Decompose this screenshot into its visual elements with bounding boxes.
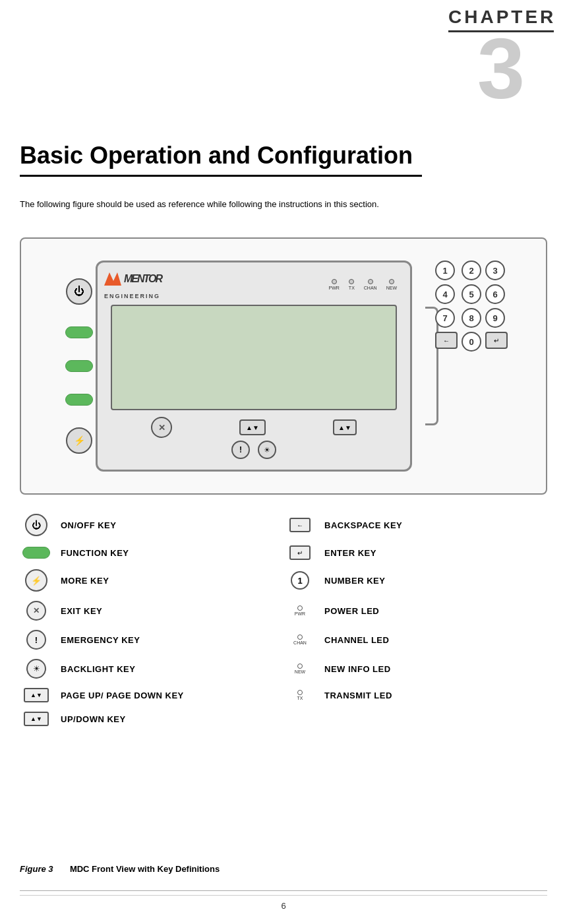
up-key: ▲▼ <box>333 419 357 435</box>
power-button-device: ⏻ <box>66 278 92 305</box>
figure-caption: Figure 3 MDC Front View with Key Definit… <box>20 864 220 874</box>
legend-icon-more: ⚡ <box>20 569 53 592</box>
page-number: 6 <box>20 895 547 911</box>
icon-power: ⏻ <box>25 514 47 536</box>
key-backspace: ← <box>435 332 458 349</box>
legend-channel-led: CHAN CHANNEL LED <box>284 627 547 652</box>
chan-led-label: CHAN <box>364 286 377 290</box>
panel-bottom-keys: ✕ ▲▼ ▲▼ <box>104 417 403 438</box>
keypad-grid: 1 2 3 4 5 6 7 8 9 ← 0 ↵ <box>435 261 508 352</box>
icon-backlight: ☀ <box>26 659 46 679</box>
page-up-key: ▲▼ <box>239 419 266 435</box>
icon-backspace: ← <box>289 518 311 532</box>
legend-label-newinfo-led: NEW INFO LED <box>324 664 391 674</box>
fn-key-device2 <box>65 360 93 372</box>
legend-icon-number: 1 <box>284 571 316 590</box>
legend-function: FUNCTION KEY <box>20 543 284 563</box>
logo-mark: MENTOR <box>104 269 164 293</box>
page-title: Basic Operation and Configuration <box>20 142 422 177</box>
chapter-number: 3 <box>448 26 554 111</box>
right-keypad: 1 2 3 4 5 6 7 8 9 ← 0 ↵ <box>435 261 508 452</box>
more-key-device: ⚡ <box>66 427 92 454</box>
led-tx-circle <box>297 690 303 695</box>
legend-icon-led-pwr: PWR <box>284 605 316 616</box>
figure-label: Figure 3 <box>20 864 53 874</box>
icon-updown: ▲▼ <box>24 712 49 726</box>
mentor-logo: MENTOR ENGINEERING <box>104 269 164 299</box>
legend-emergency: ! EMERGENCY KEY <box>20 627 284 652</box>
emerg-key-device: ! <box>231 441 250 459</box>
legend-label-number: NUMBER KEY <box>324 576 385 586</box>
legend-label-onoff: ON/OFF KEY <box>61 520 116 530</box>
key-enter: ↵ <box>485 332 508 349</box>
chapter-header: CHAPTER 3 <box>435 0 567 118</box>
legend-icon-pageupdown: ▲▼ <box>20 688 53 702</box>
key-3: 3 <box>485 261 505 280</box>
legend-label-enter: ENTER KEY <box>324 548 376 558</box>
legend-more: ⚡ MORE KEY <box>20 567 284 594</box>
led-chan: CHAN <box>364 279 377 290</box>
legend-icon-enter: ↵ <box>284 545 316 560</box>
led-chan-text: CHAN <box>293 640 307 645</box>
icon-fn <box>22 547 50 559</box>
legend-number: 1 NUMBER KEY <box>284 567 547 594</box>
legend-icon-led-chan: CHAN <box>284 634 316 645</box>
legend-icon-backspace: ← <box>284 518 316 532</box>
display-screen <box>111 305 397 410</box>
svg-marker-0 <box>104 272 121 286</box>
device-figure: ⏻ ⚡ MENTOR ENGINEERING <box>20 237 547 495</box>
led-new-circle <box>297 663 303 669</box>
bottom-divider <box>20 890 547 891</box>
legend-label-exit: EXIT KEY <box>61 606 102 616</box>
legend-label-pageupdown: PAGE UP/ PAGE DOWN KEY <box>61 691 184 700</box>
led-pwr: PWR <box>329 279 340 290</box>
legend-updown: ▲▼ UP/DOWN KEY <box>20 709 284 729</box>
legend-grid: ⏻ ON/OFF KEY ← BACKSPACE KEY FUNCTION KE… <box>20 511 547 729</box>
tx-led-label: TX <box>349 286 355 290</box>
led-new-text: NEW <box>295 669 305 674</box>
led-pwr-circle <box>297 605 303 611</box>
legend-label-backlight: BACKLIGHT KEY <box>61 664 135 674</box>
legend-label-power-led: POWER LED <box>324 606 379 616</box>
updown-keys: ▲▼ <box>333 419 357 435</box>
led-chan-circle <box>297 634 303 640</box>
intro-text: The following figure should be used as r… <box>20 198 547 212</box>
page-up-icon: ▲▼ <box>24 688 49 702</box>
new-led-label: NEW <box>386 286 397 290</box>
legend-backspace: ← BACKSPACE KEY <box>284 511 547 539</box>
key-5: 5 <box>462 284 481 304</box>
legend-label-channel-led: CHANNEL LED <box>324 635 389 645</box>
device-body: ⏻ ⚡ MENTOR ENGINEERING <box>59 254 508 478</box>
svg-text:MENTOR: MENTOR <box>124 273 163 284</box>
led-indicators: PWR TX CHAN NEW <box>329 279 397 290</box>
icon-led-tx-legend: TX <box>297 690 303 700</box>
key-2: 2 <box>462 261 481 280</box>
icon-led-pwr: PWR <box>295 605 305 616</box>
led-tx: TX <box>349 279 355 290</box>
key-6: 6 <box>485 284 505 304</box>
legend-exit: ✕ EXIT KEY <box>20 598 284 623</box>
legend-icon-backlight: ☀ <box>20 659 53 679</box>
legend-power-led: PWR POWER LED <box>284 598 547 623</box>
tx-led-circle <box>349 279 354 284</box>
legend-label-backspace: BACKSPACE KEY <box>324 520 402 530</box>
logo-sub: ENGINEERING <box>104 293 164 299</box>
legend-newinfo-led: NEW NEW INFO LED <box>284 656 547 681</box>
panel-top: MENTOR ENGINEERING PWR TX <box>104 269 403 299</box>
legend-icon-exit: ✕ <box>20 601 53 621</box>
pageupdown-keys: ▲▼ <box>239 419 266 435</box>
new-led-circle <box>389 279 394 284</box>
icon-number: 1 <box>291 571 309 590</box>
left-side-keys: ⏻ ⚡ <box>59 267 99 465</box>
chan-led-circle <box>368 279 373 284</box>
legend-label-updown: UP/DOWN KEY <box>61 714 126 724</box>
icon-pageupdown: ▲▼ <box>24 688 49 702</box>
up-down-icon: ▲▼ <box>24 712 49 726</box>
icon-led-chan: CHAN <box>293 634 307 645</box>
key-4: 4 <box>435 284 455 304</box>
key-7: 7 <box>435 308 455 328</box>
legend-label-transmit-led: TRANSMIT LED <box>324 691 392 700</box>
legend-pageupdown: ▲▼ PAGE UP/ PAGE DOWN KEY <box>20 685 284 705</box>
legend-label-function: FUNCTION KEY <box>61 548 129 558</box>
icon-enter: ↵ <box>289 545 311 560</box>
